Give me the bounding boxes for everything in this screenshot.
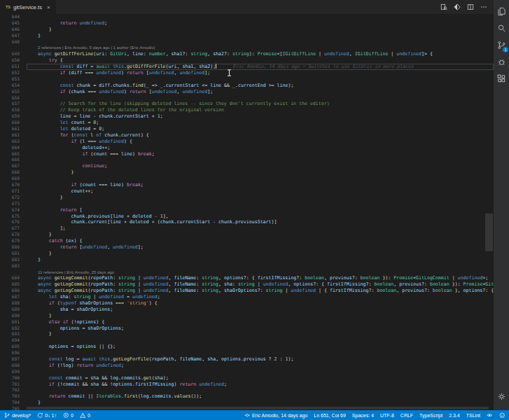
code-line[interactable]: 684 async getLogCommit(repoPath: string … <box>0 275 494 281</box>
feedback-smiley-icon[interactable] <box>499 412 505 419</box>
code-line[interactable]: 692 options = shaOrOptions; <box>0 326 494 332</box>
line-number: 649 <box>0 51 27 57</box>
code-line[interactable]: 689 sha = shaOrOptions; <box>0 307 494 313</box>
code-line[interactable]: 673 <box>0 201 494 207</box>
search-icon[interactable] <box>494 20 509 36</box>
code-line[interactable]: 664 deleted++; <box>0 145 494 151</box>
tslint-status[interactable]: TSLint <box>466 413 480 418</box>
code-line[interactable]: 665 if (count === line) break; <box>0 151 494 158</box>
warnings-indicator[interactable]: 0 <box>80 412 90 419</box>
code-line[interactable]: 658 // Keep track of the deleted lines f… <box>0 107 494 113</box>
code-line[interactable]: 694 <box>0 337 494 344</box>
code-line[interactable]: 675 chunk.previous[line + deleted - 1], <box>0 214 494 220</box>
code-editor[interactable]: 644645 return undefined;646 }647 }6482 r… <box>0 14 494 410</box>
code-line[interactable]: 699 <box>0 369 494 375</box>
code-line[interactable]: 681 } <box>0 251 494 257</box>
code-line[interactable]: 697 const log = await this.getLogForFile… <box>0 356 494 363</box>
git-branch-indicator[interactable]: develop* <box>4 412 31 419</box>
code-line[interactable]: 691 else if (!options) { <box>0 319 494 326</box>
code-line[interactable]: 646 } <box>0 27 494 33</box>
code-line[interactable]: 663 if (l === undefined) { <box>0 139 494 145</box>
code-line[interactable]: 688 if (typeof shaOrOptions === 'string'… <box>0 300 494 307</box>
sync-indicator[interactable]: 0↓ 1↑ <box>37 412 57 419</box>
extensions-icon[interactable] <box>494 70 509 87</box>
code-line[interactable]: 678 } <box>0 232 494 238</box>
debug-icon[interactable] <box>494 53 509 70</box>
code-line[interactable]: 647 } <box>0 33 494 39</box>
code-line[interactable]: 667 continue; <box>0 163 494 169</box>
code-line[interactable]: 661 let deleted = 0; <box>0 126 494 132</box>
eol-indicator[interactable]: CRLF <box>400 413 413 418</box>
encoding-indicator[interactable]: UTF-8 <box>380 413 394 418</box>
tab-gitservice-ts[interactable]: TS gitService.ts × <box>0 0 56 14</box>
close-icon[interactable]: × <box>47 4 50 10</box>
code-line[interactable]: 648 <box>0 39 494 46</box>
split-editor-icon[interactable] <box>467 4 474 10</box>
open-changes-icon[interactable] <box>440 4 447 10</box>
code-line[interactable]: 652 if (diff === undefined) return [unde… <box>0 70 494 76</box>
line-number: 657 <box>0 101 27 107</box>
code-line[interactable]: 659 line = line - chunk.currentStart + 1… <box>0 113 494 120</box>
code-line[interactable]: 679 catch (ex) { <box>0 238 494 244</box>
code-line[interactable]: 704 } <box>0 400 494 406</box>
code-line[interactable]: 650 try { <box>0 57 494 64</box>
code-line[interactable]: 11 references | Eric Amodio, 25 days ago <box>0 270 494 276</box>
code-line[interactable]: 685 async getLogCommit(repoPath: string … <box>0 281 494 288</box>
errors-indicator[interactable]: 0 <box>63 412 74 419</box>
indentation-indicator[interactable]: Spaces: 4 <box>352 413 374 418</box>
typescript-version[interactable]: 2.3.4 <box>449 413 460 418</box>
code-line[interactable]: 669 <box>0 176 494 182</box>
line-number: 698 <box>0 363 27 369</box>
code-line[interactable]: 703 return commit || Iterables.first(log… <box>0 393 494 400</box>
code-line[interactable]: 666 <box>0 157 494 163</box>
code-line[interactable]: 660 let count = 0; <box>0 120 494 126</box>
code-line[interactable]: 668 } <box>0 169 494 176</box>
code-line[interactable]: 698 if (!log) return undefined; <box>0 363 494 369</box>
code-line[interactable]: 680 return [undefined, undefined]; <box>0 244 494 251</box>
settings-gear-icon[interactable] <box>494 388 509 405</box>
line-number: 650 <box>0 57 27 64</box>
line-number: 644 <box>0 14 27 20</box>
code-line[interactable]: 651 const diff = await this.getDiffForFi… <box>0 64 494 70</box>
line-number: 688 <box>0 300 27 307</box>
code-line[interactable]: 649 async getDiffForLine(uri: GitUri, li… <box>0 51 494 57</box>
code-line[interactable]: 655 if (chunk === undefined) return [und… <box>0 89 494 95</box>
code-line[interactable]: 701 if (!commit && sha && !options.first… <box>0 382 494 388</box>
code-line[interactable]: 682 } <box>0 257 494 263</box>
codelens[interactable]: 2 references | Eric Amodio, 5 days ago |… <box>27 45 155 51</box>
more-actions-icon[interactable] <box>480 4 487 10</box>
code-line[interactable]: 670 if (count === line) break; <box>0 182 494 188</box>
code-line[interactable]: 656 <box>0 95 494 102</box>
code-line[interactable]: 657 // Search for the line (skipping del… <box>0 101 494 107</box>
code-line[interactable]: 677 ]; <box>0 225 494 232</box>
code-line[interactable]: 644 <box>0 14 494 20</box>
code-line[interactable]: 686 async getLogCommit(repoPath: string … <box>0 288 494 294</box>
code-line[interactable]: 702 <box>0 387 494 393</box>
cursor-position[interactable]: Ln 651, Col 69 <box>314 413 346 418</box>
code-line[interactable]: 672 } <box>0 195 494 201</box>
code-line[interactable]: 690 } <box>0 313 494 319</box>
codelens[interactable]: 11 references | Eric Amodio, 25 days ago <box>27 270 114 276</box>
vertical-scrollbar[interactable] <box>485 214 493 251</box>
code-line[interactable]: 693 } <box>0 331 494 337</box>
gitlens-blame-icon[interactable] <box>454 4 461 10</box>
code-line[interactable]: 676 chunk.current[line + deleted + (chun… <box>0 219 494 225</box>
code-line[interactable]: 683 <box>0 263 494 270</box>
code-line[interactable]: 662 for (const l of chunk.current) { <box>0 132 494 139</box>
code-line[interactable]: 645 return undefined; <box>0 20 494 27</box>
explorer-icon[interactable] <box>494 3 509 20</box>
language-mode[interactable]: TypeScript <box>419 413 442 418</box>
source-control-icon[interactable]: 1 <box>494 36 509 53</box>
code-line[interactable]: 2 references | Eric Amodio, 5 days ago |… <box>0 45 494 51</box>
code-line[interactable]: 695 options = options || {}; <box>0 344 494 350</box>
code-line[interactable]: 671 count++; <box>0 188 494 195</box>
code-line[interactable]: 674 return [ <box>0 207 494 214</box>
code-line[interactable]: 696 <box>0 350 494 356</box>
gitlens-toggle-icon[interactable] <box>487 412 493 419</box>
code-line[interactable]: 653 <box>0 76 494 83</box>
horizontal-scrollbar[interactable] <box>27 407 489 410</box>
gitlens-blame-status[interactable]: Eric Amodio, 14 days ago <box>244 412 307 419</box>
code-line[interactable]: 687 let sha: string | undefined = undefi… <box>0 294 494 300</box>
code-line[interactable]: 700 const commit = sha && log.commits.ge… <box>0 375 494 382</box>
code-line[interactable]: 654 const chunk = diff.chunks.find(_ => … <box>0 83 494 89</box>
